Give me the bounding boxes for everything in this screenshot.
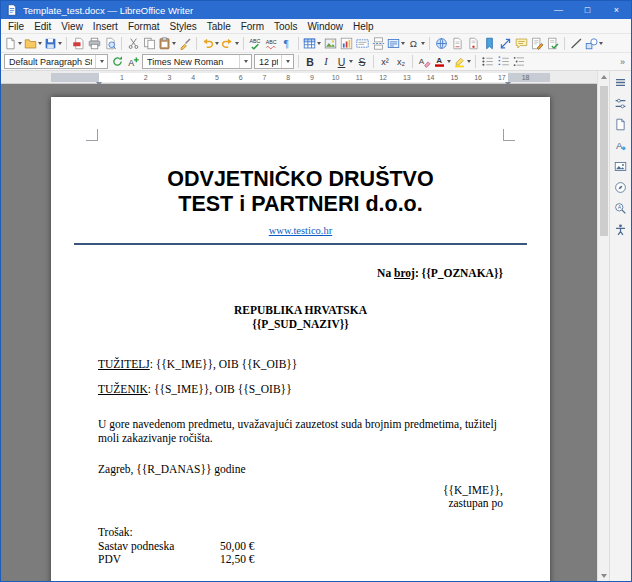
insert-field-dropdown-icon[interactable] xyxy=(401,42,405,45)
formatting-marks-button[interactable]: ¶ xyxy=(279,35,295,52)
font-name-combobox[interactable]: Times New Roman xyxy=(142,54,252,69)
menu-item[interactable]: File xyxy=(3,20,29,33)
print-button[interactable] xyxy=(86,35,102,52)
underline-dropdown-icon[interactable] xyxy=(349,60,353,63)
menu-item[interactable]: Edit xyxy=(29,20,56,33)
new-document-button[interactable] xyxy=(3,35,23,52)
open-dropdown-icon[interactable] xyxy=(38,42,42,45)
plaintiff-line[interactable]: TUŽITELJ: {{K_IME}}, OIB {{K_OIB}} xyxy=(98,357,503,372)
paragraph-style-dropdown-icon[interactable] xyxy=(95,55,107,68)
scroll-up-button[interactable] xyxy=(598,71,609,82)
horizontal-ruler[interactable]: 123456789101112131415161718 xyxy=(1,71,597,84)
redo-button[interactable] xyxy=(220,35,240,52)
titlebar[interactable]: Template_test.docx — LibreOffice Writer … xyxy=(1,1,631,19)
scrollbar-thumb[interactable] xyxy=(600,86,608,236)
insert-cross-reference-button[interactable] xyxy=(497,35,513,52)
italic-button[interactable]: I xyxy=(318,53,334,70)
undo-button[interactable] xyxy=(200,35,220,52)
new-document-dropdown-icon[interactable] xyxy=(18,42,22,45)
font-color-dropdown-icon[interactable] xyxy=(447,60,451,63)
bullet-list-button[interactable] xyxy=(479,53,495,70)
menu-item[interactable]: Form xyxy=(236,20,269,33)
redo-dropdown-icon[interactable] xyxy=(235,42,239,45)
clone-formatting-button[interactable] xyxy=(177,35,193,52)
sidebar-tab-navigator[interactable] xyxy=(612,179,630,195)
sidebar-tab-properties[interactable] xyxy=(612,95,630,111)
auto-spellcheck-button[interactable]: ABC xyxy=(263,35,279,52)
insert-line-button[interactable] xyxy=(568,35,584,52)
copy-button[interactable] xyxy=(141,35,157,52)
paste-dropdown-icon[interactable] xyxy=(172,42,176,45)
font-size-combobox[interactable]: 12 pt xyxy=(254,54,294,69)
undo-dropdown-icon[interactable] xyxy=(215,42,219,45)
subscript-button[interactable]: x₂ xyxy=(393,53,409,70)
save-button[interactable] xyxy=(43,35,63,52)
website-link[interactable]: www.testico.hr xyxy=(269,225,332,236)
menu-item[interactable]: Format xyxy=(123,20,165,33)
insert-page-break-button[interactable] xyxy=(370,35,386,52)
font-name-dropdown-icon[interactable] xyxy=(239,55,251,68)
track-changes-button[interactable] xyxy=(529,35,545,52)
outline-list-button[interactable] xyxy=(511,53,527,70)
font-color-button[interactable]: A xyxy=(432,53,452,70)
date-line[interactable]: Zagreb, {{R_DANAS}} godine xyxy=(98,463,503,475)
insert-comment-button[interactable] xyxy=(513,35,529,52)
maximize-button[interactable]: □ xyxy=(573,1,602,19)
update-style-button[interactable] xyxy=(109,53,125,70)
letterhead-title-line1[interactable]: ODVJETNIČKO DRUŠTVO xyxy=(98,167,503,192)
basic-shapes-dropdown-icon[interactable] xyxy=(599,42,603,45)
letterhead-title-line2[interactable]: TEST i PARTNERI d.o.o. xyxy=(98,192,503,217)
menu-item[interactable]: Table xyxy=(202,20,236,33)
menu-item[interactable]: Tools xyxy=(269,20,302,33)
open-button[interactable] xyxy=(23,35,43,52)
insert-field-button[interactable] xyxy=(386,35,406,52)
sidebar-tab-accessibility-check[interactable] xyxy=(612,221,630,237)
vertical-scrollbar[interactable] xyxy=(597,71,609,581)
menu-item[interactable]: Insert xyxy=(88,20,123,33)
sidebar-tab-gallery[interactable] xyxy=(612,158,630,174)
font-size-dropdown-icon[interactable] xyxy=(281,55,293,68)
document-page[interactable]: ODVJETNIČKO DRUŠTVO TEST i PARTNERI d.o.… xyxy=(51,97,550,581)
superscript-button[interactable]: x² xyxy=(377,53,393,70)
menu-item[interactable]: Help xyxy=(348,20,379,33)
close-button[interactable]: × xyxy=(602,1,631,19)
insert-bookmark-button[interactable] xyxy=(481,35,497,52)
scroll-down-button[interactable] xyxy=(598,570,609,581)
new-style-button[interactable]: A xyxy=(125,53,141,70)
spelling-button[interactable]: ABC xyxy=(247,35,263,52)
insert-image-button[interactable] xyxy=(322,35,338,52)
insert-chart-button[interactable] xyxy=(338,35,354,52)
defendant-line[interactable]: TUŽENIK: {{S_IME}}, OIB {{S_OIB}} xyxy=(98,382,503,397)
cut-button[interactable] xyxy=(125,35,141,52)
underline-button[interactable]: U xyxy=(334,53,354,70)
insert-table-button[interactable] xyxy=(302,35,322,52)
document-area[interactable]: ODVJETNIČKO DRUŠTVO TEST i PARTNERI d.o.… xyxy=(1,84,597,581)
save-dropdown-icon[interactable] xyxy=(58,42,62,45)
insert-special-character-button[interactable]: Ω xyxy=(406,35,426,52)
toolbar-overflow-button[interactable]: » xyxy=(616,57,629,67)
menu-item[interactable]: Styles xyxy=(165,20,202,33)
signature-block[interactable]: {{K_IME}}, zastupan po xyxy=(98,484,503,510)
insert-footnote-button[interactable] xyxy=(449,35,465,52)
sidebar-tab-style-inspector[interactable]: A xyxy=(612,200,630,216)
sidebar-tab-styles[interactable]: A xyxy=(612,137,630,153)
strikethrough-button[interactable]: S xyxy=(354,53,370,70)
highlight-color-dropdown-icon[interactable] xyxy=(467,60,471,63)
export-pdf-button[interactable] xyxy=(70,35,86,52)
body-paragraph[interactable]: U gore navedenom predmetu, uvažavajući z… xyxy=(98,417,503,445)
special-character-dropdown-icon[interactable] xyxy=(421,42,425,45)
minimize-button[interactable]: — xyxy=(544,1,573,19)
case-reference-line[interactable]: Na broj: {{P_OZNAKA}} xyxy=(98,267,503,279)
menu-item[interactable]: View xyxy=(56,20,88,33)
insert-hyperlink-button[interactable] xyxy=(433,35,449,52)
sidebar-tab-page[interactable] xyxy=(612,116,630,132)
numbered-list-button[interactable] xyxy=(495,53,511,70)
bold-button[interactable]: B xyxy=(302,53,318,70)
costs-block[interactable]: Trošak: Sastav podneska 50,00 € PDV 12,5… xyxy=(98,526,503,567)
sidebar-settings-button[interactable] xyxy=(612,74,630,90)
paragraph-style-combobox[interactable]: Default Paragraph Style xyxy=(4,54,108,69)
insert-table-dropdown-icon[interactable] xyxy=(317,42,321,45)
court-block[interactable]: REPUBLIKA HRVATSKA {{P_SUD_NAZIV}} xyxy=(98,303,503,331)
highlight-color-button[interactable] xyxy=(452,53,472,70)
paste-button[interactable] xyxy=(157,35,177,52)
